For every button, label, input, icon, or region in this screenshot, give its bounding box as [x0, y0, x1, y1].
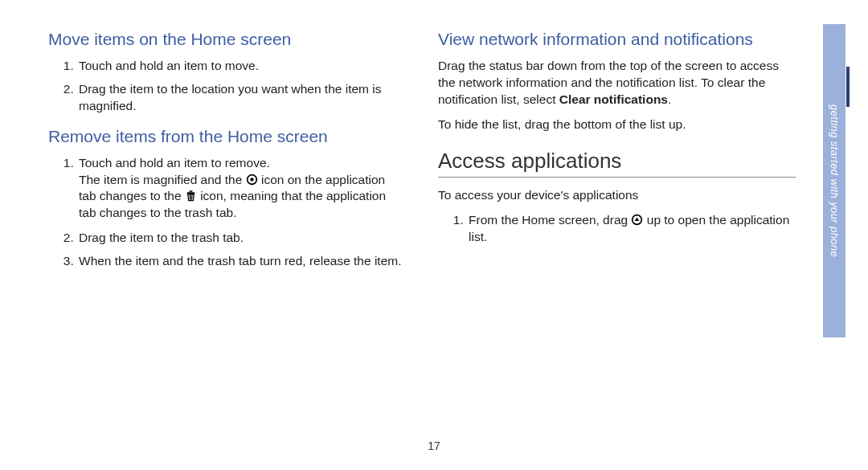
step-item: From the Home screen, drag up to open th… [467, 212, 796, 246]
step-item: Touch and hold an item to remove. The it… [77, 155, 406, 222]
section-tab-marker [846, 67, 850, 107]
section-heading-remove-items: Remove items from the Home screen [48, 126, 406, 147]
svg-rect-2 [187, 193, 194, 194]
target-circle-icon [246, 174, 258, 186]
right-column: View network information and notificatio… [438, 24, 796, 280]
content-columns: Move items on the Home screen Touch and … [48, 24, 796, 280]
subtext-part: The item is magnified and the [79, 173, 246, 186]
left-column: Move items on the Home screen Touch and … [48, 24, 406, 280]
step-item: Drag the item to the location you want w… [77, 81, 406, 115]
step-item: When the item and the trash tab turn red… [77, 253, 406, 270]
section-heading-access-apps: Access applications [438, 149, 796, 174]
steps-remove-items: Touch and hold an item to remove. The it… [48, 155, 406, 270]
paragraph: Drag the status bar down from the top of… [438, 58, 796, 108]
step-text: From the Home screen, drag [469, 213, 631, 227]
step-item: Touch and hold an item to move. [77, 58, 406, 75]
heading-rule [438, 177, 796, 178]
step-text: Touch and hold an item to remove. [79, 156, 270, 170]
manual-page: Move items on the Home screen Touch and … [0, 0, 868, 470]
section-heading-move-items: Move items on the Home screen [48, 29, 406, 50]
step-item: Drag the item to the trash tab. [77, 230, 406, 247]
paragraph: To hide the list, drag the bottom of the… [438, 116, 796, 133]
svg-point-1 [250, 178, 253, 181]
page-number: 17 [0, 439, 868, 452]
trash-icon [185, 190, 197, 202]
steps-move-items: Touch and hold an item to move. Drag the… [48, 58, 406, 114]
step-subtext: The item is magnified and the icon on th… [79, 172, 406, 222]
intro-text: To access your device's applications [438, 187, 796, 204]
svg-rect-3 [189, 191, 192, 193]
section-heading-view-network: View network information and notificatio… [438, 29, 796, 50]
para-text: . [668, 92, 671, 106]
bold-text: Clear notifications [559, 92, 668, 106]
section-tab: getting started with your phone [823, 24, 845, 337]
up-circle-icon [631, 214, 643, 226]
section-tab-label: getting started with your phone [829, 104, 841, 257]
steps-access-apps: From the Home screen, drag up to open th… [438, 212, 796, 246]
